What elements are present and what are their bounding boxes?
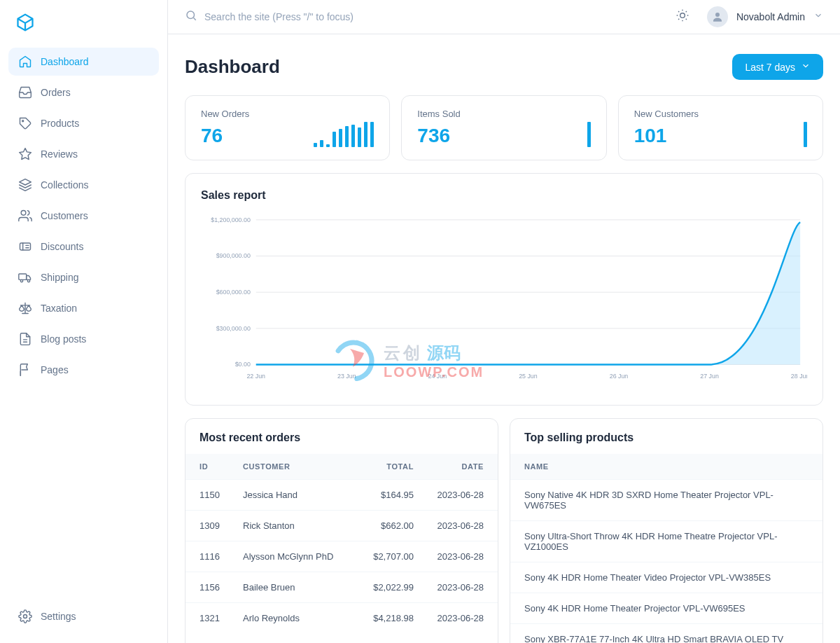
users-icon <box>18 209 32 223</box>
sidebar-item-pages[interactable]: Pages <box>8 356 159 384</box>
cell-id: 1116 <box>200 551 243 562</box>
sidebar-item-label: Taxation <box>41 303 77 314</box>
svg-rect-3 <box>19 274 27 279</box>
home-icon <box>18 55 32 69</box>
svg-point-1 <box>21 211 26 216</box>
sidebar-item-customers[interactable]: Customers <box>8 202 159 230</box>
sidebar-item-products[interactable]: Products <box>8 109 159 137</box>
sidebar-item-collections[interactable]: Collections <box>8 171 159 199</box>
svg-point-0 <box>22 120 24 122</box>
col-total: TOTAL <box>351 462 414 471</box>
table-row[interactable]: 1150Jessica Hand$164.952023-06-28 <box>186 479 498 510</box>
avatar <box>707 6 728 27</box>
cell-customer: Bailee Bruen <box>243 582 351 593</box>
search-input[interactable] <box>204 11 661 22</box>
sparkline <box>587 122 591 147</box>
flag-icon <box>18 363 32 377</box>
cell-id: 1321 <box>200 613 243 623</box>
cell-customer: Arlo Reynolds <box>243 613 351 623</box>
cell-id: 1156 <box>200 582 243 593</box>
sidebar-item-label: Orders <box>41 87 71 98</box>
app-logo <box>15 13 152 35</box>
sparkline <box>804 122 807 147</box>
cell-name: Sony Native 4K HDR 3D SXRD Home Theater … <box>524 490 808 511</box>
theme-toggle-button[interactable] <box>671 5 694 29</box>
svg-text:25 Jun: 25 Jun <box>519 373 538 380</box>
cell-name: Sony 4K HDR Home Theater Projector VPL-V… <box>524 603 808 614</box>
user-menu[interactable]: Novabolt Admin <box>707 6 823 27</box>
sun-icon <box>676 8 690 25</box>
table-row[interactable]: 1156Bailee Bruen$2,022.992023-06-28 <box>186 572 498 602</box>
sales-report-card: Sales report $0.00$300,000.00$600,000.00… <box>185 173 823 406</box>
table-row[interactable]: Sony 4K HDR Home Theater Projector VPL-V… <box>510 593 822 623</box>
gear-icon <box>18 609 32 623</box>
inbox-icon <box>18 85 32 99</box>
cell-date: 2023-06-28 <box>414 613 484 623</box>
stat-value: 76 <box>201 125 249 147</box>
table-row[interactable]: 1321Arlo Reynolds$4,218.982023-06-28 <box>186 602 498 633</box>
date-range-label: Last 7 days <box>745 62 795 73</box>
sidebar-item-label: Blog posts <box>41 333 86 345</box>
sidebar-item-label: Products <box>41 118 79 129</box>
ticket-icon <box>18 240 32 254</box>
svg-text:27 Jun: 27 Jun <box>700 373 719 380</box>
page-title: Dashboard <box>185 56 280 78</box>
stat-card-0: New Orders76 <box>185 95 390 160</box>
table-row[interactable]: Sony XBR-77A1E 77-Inch 4K Ultra HD Smart… <box>510 623 822 643</box>
star-icon <box>18 147 32 161</box>
search-icon <box>185 9 197 25</box>
svg-text:$0.00: $0.00 <box>235 361 251 368</box>
chevron-down-icon <box>813 11 823 23</box>
sidebar-item-settings[interactable]: Settings <box>8 602 159 630</box>
cell-date: 2023-06-28 <box>414 582 484 593</box>
cell-id: 1309 <box>200 520 243 531</box>
sidebar-item-label: Shipping <box>41 272 79 283</box>
sidebar-item-label: Discounts <box>41 241 83 252</box>
table-row[interactable]: 1309Rick Stanton$662.002023-06-28 <box>186 510 498 541</box>
cell-date: 2023-06-28 <box>414 551 484 562</box>
stat-label: Items Sold <box>417 109 460 119</box>
cell-customer: Rick Stanton <box>243 520 351 531</box>
date-range-button[interactable]: Last 7 days <box>732 54 823 80</box>
cell-total: $2,022.99 <box>351 582 414 593</box>
svg-text:28 Jun: 28 Jun <box>791 373 807 380</box>
cell-customer: Jessica Hand <box>243 490 351 500</box>
cell-id: 1150 <box>200 490 243 500</box>
cell-total: $4,218.98 <box>351 613 414 623</box>
recent-orders-title: Most recent orders <box>186 419 498 454</box>
table-row[interactable]: 1116Alysson McGlynn PhD$2,707.002023-06-… <box>186 541 498 572</box>
svg-point-5 <box>27 279 29 282</box>
col-id: ID <box>200 462 243 471</box>
stat-label: New Customers <box>634 109 699 119</box>
svg-point-7 <box>187 11 195 19</box>
table-row[interactable]: Sony 4K HDR Home Theater Video Projector… <box>510 562 822 593</box>
user-name: Novabolt Admin <box>736 11 805 22</box>
cell-name: Sony Ultra-Short Throw 4K HDR Home Theat… <box>524 531 808 552</box>
stat-card-1: Items Sold736 <box>401 95 606 160</box>
cell-total: $2,707.00 <box>351 551 414 562</box>
sidebar-item-taxation[interactable]: Taxation <box>8 294 159 322</box>
top-products-title: Top selling products <box>510 419 822 454</box>
stat-card-2: New Customers101 <box>618 95 823 160</box>
sidebar-item-reviews[interactable]: Reviews <box>8 140 159 168</box>
svg-text:24 Jun: 24 Jun <box>428 373 447 380</box>
svg-text:$600,000.00: $600,000.00 <box>216 289 251 296</box>
col-customer: CUSTOMER <box>243 462 351 471</box>
truck-icon <box>18 270 32 284</box>
table-row[interactable]: Sony Ultra-Short Throw 4K HDR Home Theat… <box>510 520 822 562</box>
sidebar-item-label: Collections <box>41 179 88 191</box>
sidebar-item-label: Reviews <box>41 148 78 160</box>
col-name: NAME <box>524 462 808 471</box>
sidebar-item-shipping[interactable]: Shipping <box>8 263 159 291</box>
sidebar-item-blog-posts[interactable]: Blog posts <box>8 325 159 353</box>
table-row[interactable]: Sony Native 4K HDR 3D SXRD Home Theater … <box>510 479 822 520</box>
sidebar-item-discounts[interactable]: Discounts <box>8 233 159 261</box>
svg-point-6 <box>24 615 27 618</box>
sidebar-item-orders[interactable]: Orders <box>8 78 159 106</box>
cell-customer: Alysson McGlynn PhD <box>243 551 351 562</box>
sidebar-item-dashboard[interactable]: Dashboard <box>8 48 159 76</box>
chevron-down-icon <box>801 61 811 73</box>
stat-value: 736 <box>417 125 460 147</box>
cell-date: 2023-06-28 <box>414 520 484 531</box>
stat-value: 101 <box>634 125 699 147</box>
